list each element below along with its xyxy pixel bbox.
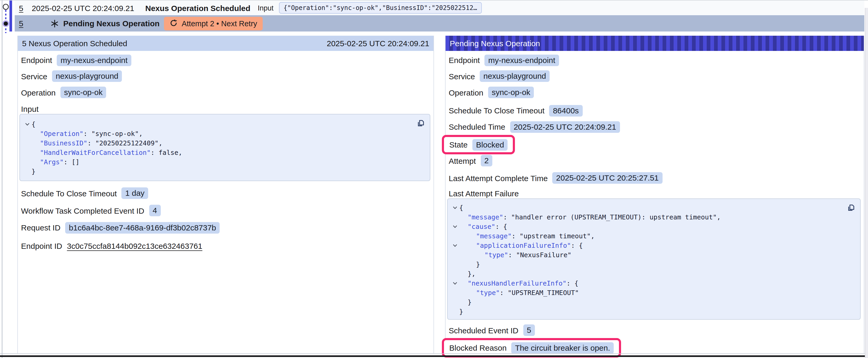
json-key: "type" — [485, 251, 508, 259]
field-row-request-id: Request ID b1c6a4bc-8ee7-468a-9169-df3b0… — [21, 222, 220, 233]
field-label: Schedule To Close Timeout — [449, 106, 545, 115]
json-punctuation: : { — [566, 279, 578, 287]
field-label: Attempt — [449, 156, 476, 165]
field-label: State — [449, 140, 468, 149]
blocked-reason-badge: The circuit breaker is open. — [511, 342, 614, 354]
field-label: Endpoint — [449, 56, 480, 65]
field-value-badge: nexus-playground — [480, 70, 550, 82]
json-value: "upstream timeout" — [520, 232, 591, 240]
chevron-down-icon[interactable] — [451, 222, 459, 231]
scheduled-panel-title: 5 Nexus Operation Scheduled — [22, 39, 127, 48]
json-line: "cause": { — [451, 222, 857, 231]
field-value-badge: my-nexus-endpoint — [57, 54, 131, 66]
json-punctuation: : — [508, 251, 516, 259]
pending-operation-panel: Pending Nexus Operation Endpoint my-nexu… — [445, 36, 864, 353]
field-value-badge: sync-op-ok — [60, 87, 106, 98]
field-label: Request ID — [21, 223, 60, 232]
copy-icon[interactable] — [846, 203, 856, 213]
json-line-gutter — [451, 298, 459, 307]
json-line-gutter — [23, 148, 32, 158]
pending-panel-header: Pending Nexus Operation — [445, 36, 864, 51]
json-value: "handler error (UPSTREAM_TIMEOUT): upstr… — [511, 213, 717, 221]
json-value: "NexusFailure" — [516, 251, 571, 259]
json-punctuation: : { — [571, 241, 583, 249]
json-punctuation: } — [468, 298, 471, 306]
event-id-link[interactable]: 5 — [19, 3, 23, 12]
field-value-badge: sync-op-ok — [488, 87, 534, 98]
json-line: "nexusHandlerFailureInfo": { — [451, 279, 857, 288]
copy-icon[interactable] — [416, 119, 426, 128]
chevron-down-icon[interactable] — [451, 241, 459, 250]
json-line: { — [23, 120, 427, 129]
field-value-badge: 2 — [480, 155, 492, 166]
json-value: "20250225122409" — [95, 139, 159, 147]
json-line-gutter — [451, 231, 459, 241]
pending-id-link[interactable]: 5 — [19, 19, 23, 28]
field-label: Service — [21, 72, 47, 80]
endpoint-id-link[interactable]: 3c0c75ccfa8144b092c13ce632463761 — [67, 241, 202, 250]
field-label: Operation — [449, 88, 484, 97]
field-row-service: Service nexus-playground — [21, 70, 122, 82]
field-label: Service — [449, 72, 475, 80]
field-value-badge: nexus-playground — [52, 70, 122, 82]
json-punctuation: : { — [495, 223, 507, 230]
json-line-gutter — [451, 260, 459, 269]
json-line: } — [451, 298, 857, 307]
json-punctuation: : — [151, 149, 158, 156]
json-value: false — [159, 149, 178, 156]
json-punctuation: : — [84, 130, 91, 137]
blocked-reason-highlight-annotation: Blocked Reason The circuit breaker is op… — [442, 338, 621, 357]
field-row-scheduled-time: Scheduled Time 2025-02-25 UTC 20:24:09.2… — [449, 121, 620, 133]
field-row-last-attempt-complete: Last Attempt Complete Time 2025-02-25 UT… — [449, 172, 662, 184]
json-line: "message": "upstream timeout", — [451, 231, 857, 241]
event-timeline-gutter — [0, 1, 15, 34]
json-punctuation: { — [32, 120, 35, 128]
scheduled-event-panel: 5 Nexus Operation Scheduled 2025-02-25 U… — [17, 36, 434, 353]
json-line-gutter — [451, 269, 459, 279]
json-punctuation: : — [500, 289, 507, 297]
json-line-gutter — [451, 213, 459, 222]
circle-filled-icon[interactable] — [3, 21, 9, 27]
field-label: Endpoint ID — [21, 241, 62, 250]
circle-outline-icon[interactable] — [3, 4, 8, 9]
pending-operation-row[interactable]: 5 Pending Nexus Operation Attempt 2 • Ne… — [15, 15, 864, 32]
json-line-gutter — [23, 129, 32, 138]
window-bottom-edge — [0, 355, 868, 357]
json-line-gutter — [23, 138, 32, 148]
field-row-service: Service nexus-playground — [449, 70, 550, 82]
chevron-down-icon[interactable] — [23, 120, 32, 129]
state-badge: Blocked — [472, 139, 508, 151]
field-row-operation: Operation sync-op-ok — [449, 87, 534, 98]
json-key: "type" — [476, 289, 500, 297]
json-punctuation: , — [717, 213, 721, 221]
field-label: Workflow Task Completed Event ID — [21, 206, 144, 215]
json-line: } — [451, 260, 857, 269]
json-line: "type": "UPSTREAM_TIMEOUT" — [451, 288, 857, 298]
field-value-badge: 2025-02-25 UTC 20:24:09.21 — [510, 121, 620, 133]
asterisk-icon — [51, 19, 59, 28]
field-row-endpoint: Endpoint my-nexus-endpoint — [21, 54, 131, 66]
field-label: Blocked Reason — [449, 343, 506, 352]
json-line: "Operation": "sync-op-ok", — [23, 129, 427, 138]
field-row-schedule-to-close: Schedule To Close Timeout 1 day — [21, 187, 148, 199]
event-row-scheduled[interactable]: 5 2025-02-25 UTC 20:24:09.21 Nexus Opera… — [15, 1, 864, 15]
event-timestamp: 2025-02-25 UTC 20:24:09.21 — [32, 3, 134, 12]
field-row-endpoint: Endpoint my-nexus-endpoint — [449, 54, 559, 66]
vertical-scrollbar[interactable] — [865, 8, 868, 358]
json-line-gutter — [23, 167, 32, 176]
json-punctuation: } — [476, 260, 480, 268]
json-punctuation: , — [591, 232, 595, 240]
field-value-badge: 1 day — [122, 187, 148, 199]
chevron-down-icon[interactable] — [451, 203, 459, 213]
field-label: Scheduled Event ID — [449, 326, 518, 335]
json-line-gutter — [451, 307, 459, 317]
json-line: "HandlerWaitForCancellation": false, — [23, 148, 427, 158]
chevron-down-icon[interactable] — [451, 279, 459, 288]
input-section-label: Input — [21, 104, 39, 114]
json-punctuation: { — [459, 204, 463, 211]
json-key: "nexusHandlerFailureInfo" — [468, 279, 566, 287]
json-line: "BusinessID": "20250225122409", — [23, 138, 427, 148]
event-history-view: 5 2025-02-25 UTC 20:24:09.21 Nexus Opera… — [0, 0, 868, 358]
failure-section-label: Last Attempt Failure — [449, 189, 519, 198]
json-value: [] — [71, 158, 79, 166]
